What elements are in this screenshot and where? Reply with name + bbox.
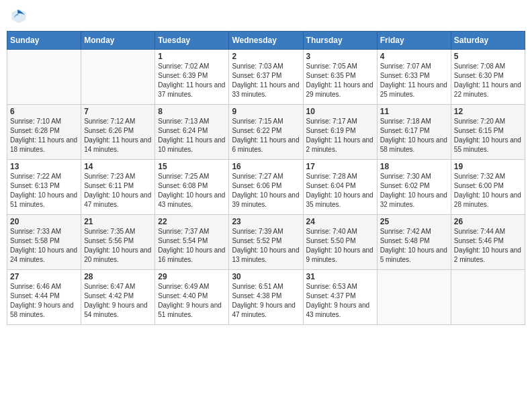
weekday-header: Thursday <box>303 32 377 50</box>
day-number: 11 <box>380 107 448 116</box>
day-info: Sunrise: 7:10 AM Sunset: 6:28 PM Dayligh… <box>10 117 78 154</box>
day-number: 19 <box>454 162 522 171</box>
day-number: 4 <box>380 52 448 61</box>
day-number: 31 <box>306 272 374 281</box>
calendar-cell: 19Sunrise: 7:32 AM Sunset: 6:00 PM Dayli… <box>451 160 525 215</box>
calendar-cell: 10Sunrise: 7:17 AM Sunset: 6:19 PM Dayli… <box>303 105 377 160</box>
calendar-cell: 27Sunrise: 6:46 AM Sunset: 4:44 PM Dayli… <box>7 270 81 325</box>
day-info: Sunrise: 6:49 AM Sunset: 4:40 PM Dayligh… <box>158 282 226 320</box>
day-info: Sunrise: 7:28 AM Sunset: 6:04 PM Dayligh… <box>306 172 374 210</box>
calendar-table: SundayMondayTuesdayWednesdayThursdayFrid… <box>7 31 525 325</box>
calendar-cell: 25Sunrise: 7:42 AM Sunset: 5:48 PM Dayli… <box>377 215 451 270</box>
day-info: Sunrise: 7:32 AM Sunset: 6:00 PM Dayligh… <box>454 172 522 210</box>
day-info: Sunrise: 7:07 AM Sunset: 6:33 PM Dayligh… <box>380 62 448 99</box>
day-info: Sunrise: 7:42 AM Sunset: 5:48 PM Dayligh… <box>380 227 448 265</box>
day-number: 26 <box>454 217 522 226</box>
calendar-cell: 5Sunrise: 7:08 AM Sunset: 6:30 PM Daylig… <box>451 50 525 105</box>
calendar-cell: 11Sunrise: 7:18 AM Sunset: 6:17 PM Dayli… <box>377 105 451 160</box>
day-number: 20 <box>10 217 78 226</box>
calendar-cell: 24Sunrise: 7:40 AM Sunset: 5:50 PM Dayli… <box>303 215 377 270</box>
calendar-cell: 28Sunrise: 6:47 AM Sunset: 4:42 PM Dayli… <box>81 270 155 325</box>
day-info: Sunrise: 7:30 AM Sunset: 6:02 PM Dayligh… <box>380 172 448 210</box>
calendar-cell: 3Sunrise: 7:05 AM Sunset: 6:35 PM Daylig… <box>303 50 377 105</box>
day-number: 30 <box>232 272 300 281</box>
weekday-header: Tuesday <box>155 32 229 50</box>
calendar-week-row: 27Sunrise: 6:46 AM Sunset: 4:44 PM Dayli… <box>7 270 525 325</box>
calendar-week-row: 20Sunrise: 7:33 AM Sunset: 5:58 PM Dayli… <box>7 215 525 270</box>
day-info: Sunrise: 7:13 AM Sunset: 6:24 PM Dayligh… <box>158 117 226 154</box>
calendar-cell: 12Sunrise: 7:20 AM Sunset: 6:15 PM Dayli… <box>451 105 525 160</box>
calendar-cell: 23Sunrise: 7:39 AM Sunset: 5:52 PM Dayli… <box>229 215 303 270</box>
day-number: 8 <box>158 107 226 116</box>
day-info: Sunrise: 7:03 AM Sunset: 6:37 PM Dayligh… <box>232 62 300 99</box>
calendar-cell: 22Sunrise: 7:37 AM Sunset: 5:54 PM Dayli… <box>155 215 229 270</box>
day-number: 21 <box>84 217 152 226</box>
calendar-cell: 7Sunrise: 7:12 AM Sunset: 6:26 PM Daylig… <box>81 105 155 160</box>
calendar-cell <box>451 270 525 325</box>
day-info: Sunrise: 6:51 AM Sunset: 4:38 PM Dayligh… <box>232 282 300 320</box>
calendar-cell: 15Sunrise: 7:25 AM Sunset: 6:08 PM Dayli… <box>155 160 229 215</box>
day-number: 14 <box>84 162 152 171</box>
day-number: 3 <box>306 52 374 61</box>
calendar-cell: 20Sunrise: 7:33 AM Sunset: 5:58 PM Dayli… <box>7 215 81 270</box>
calendar-cell: 18Sunrise: 7:30 AM Sunset: 6:02 PM Dayli… <box>377 160 451 215</box>
day-number: 25 <box>380 217 448 226</box>
day-number: 22 <box>158 217 226 226</box>
calendar-cell <box>81 50 155 105</box>
day-info: Sunrise: 7:08 AM Sunset: 6:30 PM Dayligh… <box>454 62 522 99</box>
calendar-cell: 21Sunrise: 7:35 AM Sunset: 5:56 PM Dayli… <box>81 215 155 270</box>
day-info: Sunrise: 7:39 AM Sunset: 5:52 PM Dayligh… <box>232 227 300 265</box>
day-info: Sunrise: 6:53 AM Sunset: 4:37 PM Dayligh… <box>306 282 374 320</box>
day-info: Sunrise: 7:05 AM Sunset: 6:35 PM Dayligh… <box>306 62 374 99</box>
calendar-cell: 17Sunrise: 7:28 AM Sunset: 6:04 PM Dayli… <box>303 160 377 215</box>
calendar-cell: 4Sunrise: 7:07 AM Sunset: 6:33 PM Daylig… <box>377 50 451 105</box>
weekday-header: Wednesday <box>229 32 303 50</box>
weekday-header-row: SundayMondayTuesdayWednesdayThursdayFrid… <box>7 32 525 50</box>
day-number: 27 <box>10 272 78 281</box>
calendar-week-row: 6Sunrise: 7:10 AM Sunset: 6:28 PM Daylig… <box>7 105 525 160</box>
calendar-cell: 9Sunrise: 7:15 AM Sunset: 6:22 PM Daylig… <box>229 105 303 160</box>
calendar-cell: 14Sunrise: 7:23 AM Sunset: 6:11 PM Dayli… <box>81 160 155 215</box>
day-info: Sunrise: 7:33 AM Sunset: 5:58 PM Dayligh… <box>10 227 78 265</box>
day-number: 28 <box>84 272 152 281</box>
calendar-week-row: 1Sunrise: 7:02 AM Sunset: 6:39 PM Daylig… <box>7 50 525 105</box>
weekday-header: Monday <box>81 32 155 50</box>
day-number: 12 <box>454 107 522 116</box>
day-info: Sunrise: 7:27 AM Sunset: 6:06 PM Dayligh… <box>232 172 300 210</box>
calendar-cell <box>7 50 81 105</box>
day-info: Sunrise: 7:40 AM Sunset: 5:50 PM Dayligh… <box>306 227 374 265</box>
logo <box>9 7 30 26</box>
calendar-cell: 6Sunrise: 7:10 AM Sunset: 6:28 PM Daylig… <box>7 105 81 160</box>
calendar-cell: 13Sunrise: 7:22 AM Sunset: 6:13 PM Dayli… <box>7 160 81 215</box>
logo-icon <box>9 7 28 26</box>
calendar-cell: 29Sunrise: 6:49 AM Sunset: 4:40 PM Dayli… <box>155 270 229 325</box>
calendar-cell <box>377 270 451 325</box>
day-number: 24 <box>306 217 374 226</box>
day-info: Sunrise: 7:18 AM Sunset: 6:17 PM Dayligh… <box>380 117 448 154</box>
day-info: Sunrise: 7:17 AM Sunset: 6:19 PM Dayligh… <box>306 117 374 154</box>
day-number: 1 <box>158 52 226 61</box>
day-info: Sunrise: 7:23 AM Sunset: 6:11 PM Dayligh… <box>84 172 152 210</box>
day-number: 23 <box>232 217 300 226</box>
day-number: 13 <box>10 162 78 171</box>
day-info: Sunrise: 7:12 AM Sunset: 6:26 PM Dayligh… <box>84 117 152 154</box>
calendar-cell: 30Sunrise: 6:51 AM Sunset: 4:38 PM Dayli… <box>229 270 303 325</box>
page-header <box>7 7 525 26</box>
day-number: 15 <box>158 162 226 171</box>
day-info: Sunrise: 7:35 AM Sunset: 5:56 PM Dayligh… <box>84 227 152 265</box>
day-info: Sunrise: 7:44 AM Sunset: 5:46 PM Dayligh… <box>454 227 522 265</box>
day-number: 18 <box>380 162 448 171</box>
day-info: Sunrise: 7:22 AM Sunset: 6:13 PM Dayligh… <box>10 172 78 210</box>
calendar-cell: 16Sunrise: 7:27 AM Sunset: 6:06 PM Dayli… <box>229 160 303 215</box>
calendar-cell: 8Sunrise: 7:13 AM Sunset: 6:24 PM Daylig… <box>155 105 229 160</box>
weekday-header: Saturday <box>451 32 525 50</box>
calendar-cell: 1Sunrise: 7:02 AM Sunset: 6:39 PM Daylig… <box>155 50 229 105</box>
day-info: Sunrise: 7:37 AM Sunset: 5:54 PM Dayligh… <box>158 227 226 265</box>
day-number: 9 <box>232 107 300 116</box>
calendar-cell: 26Sunrise: 7:44 AM Sunset: 5:46 PM Dayli… <box>451 215 525 270</box>
day-number: 16 <box>232 162 300 171</box>
day-info: Sunrise: 7:02 AM Sunset: 6:39 PM Dayligh… <box>158 62 226 99</box>
day-number: 5 <box>454 52 522 61</box>
weekday-header: Friday <box>377 32 451 50</box>
day-info: Sunrise: 7:15 AM Sunset: 6:22 PM Dayligh… <box>232 117 300 154</box>
